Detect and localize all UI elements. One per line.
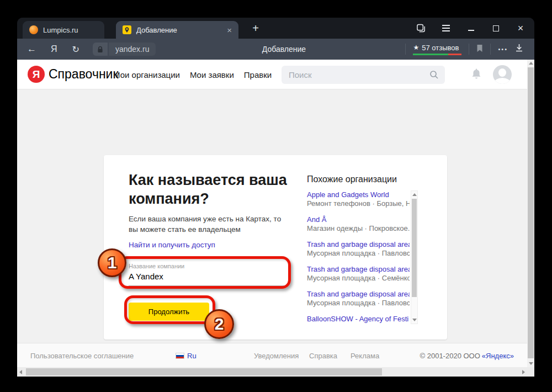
spravochnik-logo[interactable]: Я Справочник bbox=[28, 66, 119, 83]
tab-label: Lumpics.ru bbox=[43, 26, 78, 34]
notifications-bell-icon[interactable] bbox=[471, 68, 482, 82]
russia-flag-icon bbox=[176, 353, 184, 359]
list-scrollbar[interactable] bbox=[411, 190, 418, 324]
tab-label: Добавление bbox=[136, 26, 177, 34]
annotation-step-1: 1 bbox=[98, 248, 126, 277]
search-input[interactable] bbox=[282, 66, 423, 84]
organization-link[interactable]: BalloonSHOW - Agency of Festi bbox=[307, 315, 410, 324]
download-icon[interactable] bbox=[515, 44, 523, 55]
scrollbar-thumb[interactable] bbox=[412, 199, 417, 297]
tab-dobavlenie[interactable]: Добавление × bbox=[116, 21, 238, 39]
rating-bar bbox=[413, 54, 461, 55]
nav-my-requests[interactable]: Мои заявки bbox=[190, 70, 234, 80]
organization-link[interactable]: Apple and Gadgets World bbox=[307, 190, 410, 199]
url-field[interactable]: yandex.ru bbox=[109, 43, 156, 56]
refresh-icon[interactable]: ↻ bbox=[72, 44, 79, 55]
scroll-up-icon[interactable] bbox=[529, 62, 533, 65]
annotation-step-2: 2 bbox=[204, 309, 234, 339]
vertical-scrollbar[interactable] bbox=[527, 60, 534, 367]
organization-desc: Ремонт телефонов · Борзые, Н... bbox=[307, 199, 410, 208]
search-icon[interactable] bbox=[429, 70, 439, 82]
search-box bbox=[282, 66, 445, 84]
annotation-highlight-button bbox=[124, 295, 215, 324]
browser-window: Lumpics.ru Добавление × + × ← Я ↻ bbox=[17, 18, 534, 377]
notifications-link[interactable]: Уведомления bbox=[254, 352, 299, 360]
minimize-button[interactable] bbox=[466, 23, 476, 33]
user-avatar[interactable] bbox=[493, 65, 512, 84]
logo-text: Справочник bbox=[49, 67, 119, 82]
tab-close-icon[interactable]: × bbox=[227, 26, 232, 34]
list-item: Apple and Gadgets World Ремонт телефонов… bbox=[307, 190, 410, 208]
separator bbox=[405, 44, 406, 55]
window-controls: × bbox=[416, 18, 526, 39]
horizontal-scrollbar[interactable] bbox=[17, 367, 527, 377]
tabs-panel-icon[interactable] bbox=[416, 23, 426, 33]
yandex-home-icon[interactable]: Я bbox=[51, 44, 57, 54]
organization-desc: Мусорная площадка · Павловс... bbox=[307, 299, 410, 308]
list-item: Trash and garbage disposal area Мусорная… bbox=[307, 265, 410, 283]
form-title: Как называется ваша компания? bbox=[129, 171, 297, 208]
list-item: Trash and garbage disposal area Мусорная… bbox=[307, 240, 410, 258]
list-item: Trash and garbage disposal area Мусорная… bbox=[307, 290, 410, 308]
annotation-highlight-input bbox=[119, 256, 291, 289]
maximize-button[interactable] bbox=[491, 23, 501, 33]
scrollbar-thumb[interactable] bbox=[26, 368, 382, 375]
scroll-right-icon[interactable] bbox=[522, 370, 525, 374]
organization-link[interactable]: Trash and garbage disposal area bbox=[307, 240, 410, 249]
separator bbox=[490, 44, 491, 55]
nav-edits[interactable]: Правки bbox=[244, 70, 272, 80]
yandex-link[interactable]: «Яндекс» bbox=[482, 352, 514, 360]
scrollbar-corner bbox=[527, 367, 534, 377]
organization-link[interactable]: Trash and garbage disposal area bbox=[307, 265, 410, 274]
spravochnik-favicon-icon bbox=[123, 25, 131, 34]
tab-lumpics[interactable]: Lumpics.ru bbox=[23, 21, 104, 39]
organization-desc: Мусорная площадка · Семёнко... bbox=[307, 274, 410, 283]
separator bbox=[469, 44, 469, 55]
organization-link[interactable]: And Å bbox=[307, 215, 410, 224]
more-options-icon[interactable]: ••• bbox=[498, 46, 508, 52]
yandex-logo-icon: Я bbox=[28, 66, 45, 83]
site-header: Я Справочник Мои организации Мои заявки … bbox=[17, 60, 527, 89]
organization-desc: Магазин одежды · Покровское... bbox=[307, 224, 410, 233]
site-rating-badge[interactable]: ★ 57 отзывов bbox=[413, 44, 461, 55]
menu-icon[interactable] bbox=[441, 23, 451, 33]
language-switcher[interactable]: Ru bbox=[176, 352, 197, 360]
main-nav: Мои организации Мои заявки Правки bbox=[113, 60, 272, 89]
lock-icon[interactable] bbox=[93, 43, 108, 56]
scroll-up-icon[interactable] bbox=[412, 193, 417, 196]
copyright: © 2001-2020 ООО«Яндекс» bbox=[420, 352, 514, 360]
back-icon[interactable]: ← bbox=[27, 44, 36, 55]
find-access-link[interactable]: Найти и получить доступ bbox=[129, 241, 215, 249]
ads-link[interactable]: Реклама bbox=[351, 352, 379, 360]
scroll-down-icon[interactable] bbox=[412, 319, 417, 321]
organization-desc: Мусорная площадка · Павловс... bbox=[307, 249, 410, 258]
tab-bar: Lumpics.ru Добавление × + × bbox=[17, 18, 534, 39]
new-tab-button[interactable]: + bbox=[249, 22, 262, 35]
form-subtitle: Если ваша компания уже есть на Картах, т… bbox=[129, 214, 292, 235]
lumpics-favicon-icon bbox=[29, 25, 38, 34]
star-icon: ★ bbox=[413, 44, 419, 51]
user-agreement-link[interactable]: Пользовательское соглашение bbox=[30, 352, 134, 360]
address-bar: ← Я ↻ yandex.ru Добавление ★ 57 отзывов bbox=[17, 39, 534, 60]
scroll-down-icon[interactable] bbox=[529, 362, 533, 365]
site-footer: Пользовательское соглашение Ru Уведомлен… bbox=[17, 343, 527, 367]
reviews-count: 57 отзывов bbox=[422, 44, 459, 52]
similar-organizations-title: Похожие организации bbox=[307, 174, 420, 184]
organization-link[interactable]: Trash and garbage disposal area bbox=[307, 290, 410, 299]
scrollbar-thumb[interactable] bbox=[528, 67, 534, 358]
web-page: Я Справочник Мои организации Мои заявки … bbox=[17, 60, 534, 377]
similar-organizations-list: Apple and Gadgets World Ремонт телефонов… bbox=[307, 190, 410, 324]
scroll-left-icon[interactable] bbox=[19, 370, 22, 374]
bookmark-icon[interactable] bbox=[476, 44, 483, 55]
nav-my-organizations[interactable]: Мои организации bbox=[113, 70, 180, 80]
list-item: And Å Магазин одежды · Покровское... bbox=[307, 215, 410, 233]
list-item: BalloonSHOW - Agency of Festi bbox=[307, 315, 410, 324]
help-link[interactable]: Справка bbox=[309, 352, 337, 360]
close-window-button[interactable]: × bbox=[516, 23, 526, 33]
